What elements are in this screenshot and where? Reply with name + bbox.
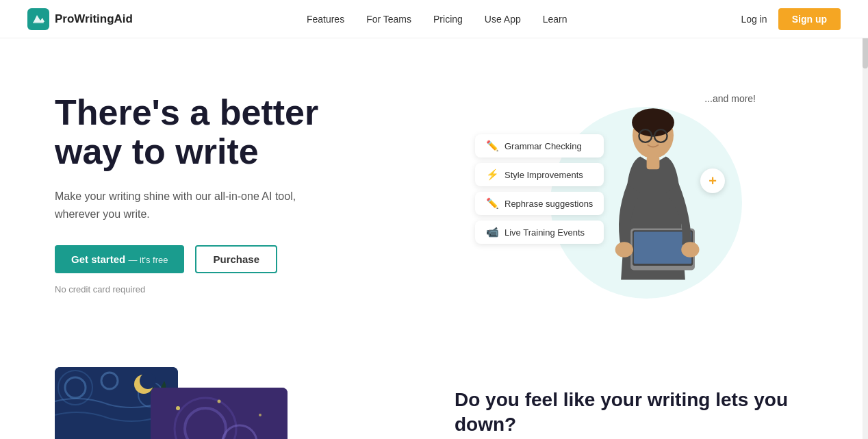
- header: ProWritingAid Features For Teams Pricing…: [0, 0, 868, 38]
- nav-actions: Log in Sign up: [741, 8, 841, 30]
- logo[interactable]: ProWritingAid: [27, 8, 133, 30]
- section2-right: Do you feel like your writing lets you d…: [413, 367, 813, 439]
- nav-use-app[interactable]: Use App: [485, 14, 521, 25]
- hero-right: ✏️ Grammar Checking ⚡ Style Improvements…: [424, 79, 813, 340]
- sign-up-button[interactable]: Sign up: [778, 8, 841, 30]
- section2-title: Do you feel like your writing lets you d…: [455, 388, 813, 438]
- svg-point-20: [140, 373, 156, 389]
- painting-container: My idea in my head: [55, 367, 315, 439]
- section2: My idea in my head: [0, 367, 868, 439]
- plus-badge: +: [700, 168, 725, 193]
- svg-rect-0: [33, 22, 44, 23]
- log-in-button[interactable]: Log in: [741, 14, 767, 25]
- training-icon: 📹: [486, 226, 499, 238]
- svg-point-27: [218, 400, 221, 403]
- no-credit-text: No credit card required: [55, 284, 424, 294]
- hero-buttons: Get started — it's free Purchase: [55, 245, 424, 273]
- svg-point-26: [259, 414, 261, 416]
- hero-illustration: ✏️ Grammar Checking ⚡ Style Improvements…: [475, 79, 763, 326]
- grammar-icon: ✏️: [486, 140, 499, 152]
- hero-section: There's a better way to write Make your …: [0, 38, 868, 367]
- rephrase-icon: ✏️: [486, 197, 499, 210]
- get-started-button[interactable]: Get started — it's free: [55, 245, 184, 273]
- scrollbar-track[interactable]: [863, 0, 868, 439]
- logo-icon: [27, 8, 49, 30]
- section2-left: My idea in my head: [55, 367, 413, 439]
- main-nav: Features For Teams Pricing Use App Learn: [307, 14, 567, 25]
- nav-features[interactable]: Features: [307, 14, 344, 25]
- person-figure: [585, 86, 722, 305]
- hero-subtitle: Make your writing shine with our all-in-…: [55, 188, 329, 223]
- svg-point-2: [632, 108, 674, 136]
- svg-point-11: [681, 242, 699, 258]
- hero-title: There's a better way to write: [55, 93, 424, 171]
- svg-point-25: [176, 406, 180, 410]
- nav-for-teams[interactable]: For Teams: [366, 14, 411, 25]
- hero-left: There's a better way to write Make your …: [55, 79, 424, 294]
- painting-overlay: [151, 388, 288, 439]
- purchase-button[interactable]: Purchase: [195, 245, 277, 273]
- svg-point-10: [615, 242, 633, 258]
- style-icon: ⚡: [486, 168, 499, 181]
- nav-learn[interactable]: Learn: [543, 14, 567, 25]
- svg-rect-6: [647, 157, 660, 170]
- logo-text: ProWritingAid: [55, 12, 133, 26]
- nav-pricing[interactable]: Pricing: [433, 14, 463, 25]
